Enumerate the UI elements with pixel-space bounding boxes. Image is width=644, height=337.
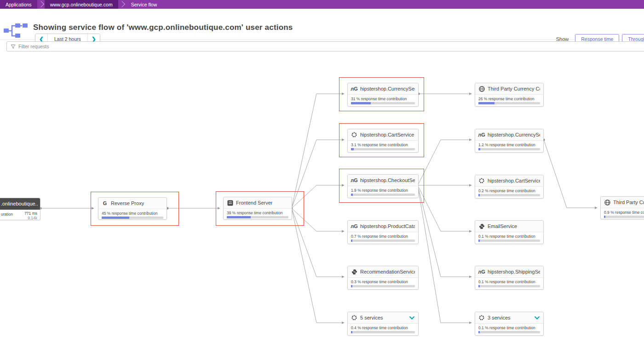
contribution-label: 0.7 % response time contribution — [351, 234, 415, 239]
flow-edge-frontend-server-to-cartservice — [292, 140, 344, 208]
node-title: hipstershop.CartService (g... — [488, 178, 540, 183]
node-checkoutservice[interactable]: ᴫG hipstershop.CheckoutSer... 1.9 % resp… — [347, 174, 419, 198]
gear-icon — [478, 177, 485, 184]
node-title: 5 services — [360, 315, 383, 320]
server-icon — [227, 200, 233, 206]
contribution-bar — [351, 194, 415, 196]
filter-bar — [6, 41, 644, 51]
flow-edge-checkoutservice-to-emailservice — [418, 185, 472, 231]
gear-icon — [351, 131, 357, 138]
filter-requests-input[interactable] — [18, 44, 643, 49]
contribution-bar — [478, 331, 540, 333]
node-third-party-currency-2[interactable]: Third Party Curre 0.9 % response time co… — [600, 196, 644, 219]
go-icon: ᴫG — [351, 223, 357, 229]
page-header: Showing service flow of 'www.gcp.onlineb… — [0, 9, 644, 40]
contribution-bar — [478, 285, 540, 287]
contribution-label: 0.4 % response time contribution — [351, 326, 415, 330]
contribution-label: 0.9 % response time contribution — [604, 210, 644, 215]
node-title: Frontend Server — [236, 200, 272, 206]
contribution-label: 0.1 % response time contribution — [478, 280, 540, 284]
node-application[interactable]: .onlineboutique... uration 771 ms 9.14k — [0, 198, 40, 220]
node-title: hipstershop.CurrencySer... — [360, 86, 415, 91]
contribution-bar — [102, 217, 163, 219]
flow-edge-frontend-server-to-currencyservice — [292, 94, 344, 208]
g-proxy-icon: G — [102, 200, 108, 206]
contribution-label: 45 % response time contribution — [102, 211, 163, 216]
node-title: hipstershop.CartService (g... — [360, 132, 415, 137]
flow-edge-checkoutservice-to-currencyservice-2 — [418, 140, 472, 185]
node-productcatalogservice[interactable]: ᴫG hipstershop.ProductCatal... 0.7 % res… — [347, 220, 419, 244]
flow-edge-frontend-server-to-productcatalogservice — [292, 208, 344, 231]
python-icon — [351, 268, 357, 275]
go-icon: ᴫG — [478, 131, 485, 138]
duration-label: uration — [1, 211, 13, 217]
node-shippingservice[interactable]: ᴫG hipstershop.ShippingSer... 0.1 % resp… — [475, 266, 544, 290]
node-cartservice-2[interactable]: hipstershop.CartService (g... 0.2 % resp… — [475, 175, 544, 199]
filter-funnel-icon — [11, 44, 16, 49]
node-title: RecommendationService — [360, 269, 415, 274]
breadcrumb-chevron-icon — [118, 0, 126, 9]
node-title: Reverse Proxy — [111, 200, 144, 206]
breadcrumb-chevron-icon — [37, 0, 45, 9]
contribution-bar — [351, 148, 415, 150]
node-title: hipstershop.CurrencySer... — [488, 132, 540, 137]
go-icon: ᴫG — [351, 86, 357, 92]
node-emailservice[interactable]: EmailService 0.1 % response time contrib… — [475, 220, 544, 244]
service-flow-page: Applications www.gcp.onlineboutique.com … — [0, 0, 644, 337]
contribution-bar — [351, 285, 415, 287]
chevron-down-icon[interactable] — [534, 314, 540, 322]
node-title: .onlineboutique... — [1, 201, 38, 206]
flow-edge-frontend-server-to-5-services — [292, 208, 344, 323]
node-title: EmailService — [488, 223, 517, 229]
globe-icon — [478, 86, 485, 92]
request-count: 9.14k — [24, 216, 37, 220]
breadcrumb-applications[interactable]: Applications — [0, 0, 37, 9]
contribution-bar — [604, 216, 644, 218]
node-cartservice[interactable]: hipstershop.CartService (g... 3.1 % resp… — [347, 129, 419, 153]
breadcrumb-application-name[interactable]: www.gcp.onlineboutique.com — [45, 0, 118, 9]
chevron-down-icon[interactable] — [409, 314, 415, 322]
flow-edge-checkoutservice-to-shippingservice — [418, 185, 472, 277]
node-title: Third Party Currency Conv... — [488, 86, 540, 91]
contribution-label: 0.1 % response time contribution — [478, 326, 540, 330]
node-currencyservice-2[interactable]: ᴫG hipstershop.CurrencySer... 1.2 % resp… — [475, 129, 544, 153]
flow-edge-frontend-server-to-checkoutservice — [292, 185, 344, 208]
node-frontend-server[interactable]: Frontend Server 39 % response time contr… — [223, 197, 292, 220]
contribution-bar — [478, 148, 540, 150]
node-recommendationservice[interactable]: RecommendationService 0.3 % response tim… — [347, 266, 419, 290]
node-5-services[interactable]: 5 services 0.4 % response time contribut… — [347, 312, 419, 336]
contribution-label: 0.3 % response time contribution — [351, 280, 415, 284]
contribution-label: 1.9 % response time contribution — [351, 188, 415, 193]
contribution-label: 31 % response time contribution — [351, 97, 415, 101]
gear-icon — [478, 314, 485, 321]
breadcrumb-service-flow[interactable]: Service flow — [126, 0, 163, 9]
breadcrumb: Applications www.gcp.onlineboutique.com … — [0, 0, 644, 9]
flow-edge-currencyservice-2-to-third-party-currency-2 — [544, 140, 597, 208]
node-title: hipstershop.ProductCatal... — [360, 223, 415, 229]
contribution-label: 3.1 % response time contribution — [351, 143, 415, 147]
python-icon — [478, 223, 485, 229]
gear-icon — [351, 314, 357, 321]
node-currencyservice[interactable]: ᴫG hipstershop.CurrencySer... 31 % respo… — [347, 83, 419, 107]
contribution-bar — [351, 331, 415, 333]
contribution-bar — [478, 194, 540, 196]
contribution-bar — [478, 240, 540, 242]
node-reverse-proxy[interactable]: G Reverse Proxy 45 % response time contr… — [98, 197, 167, 220]
page-title: Showing service flow of 'www.gcp.onlineb… — [33, 23, 293, 32]
contribution-label: 39 % response time contribution — [227, 211, 288, 215]
contribution-bar — [351, 102, 415, 104]
contribution-bar — [478, 102, 540, 104]
contribution-label: 1.2 % response time contribution — [478, 143, 540, 147]
service-flow-icon — [4, 23, 28, 39]
node-third-party-currency[interactable]: Third Party Currency Conv... 26 % respon… — [475, 83, 544, 107]
flow-edge-frontend-server-to-recommendationservice — [292, 208, 344, 277]
globe-icon — [604, 199, 610, 206]
contribution-label: 0.1 % response time contribution — [478, 234, 540, 239]
go-icon: ᴫG — [351, 177, 357, 183]
node-title: Third Party Curre — [613, 200, 644, 205]
node-3-services[interactable]: 3 services 0.1 % response time contribut… — [475, 312, 544, 336]
contribution-label: 26 % response time contribution — [478, 97, 540, 101]
flow-edge-checkoutservice-to-3-services — [418, 185, 472, 323]
node-title: hipstershop.CheckoutSer... — [360, 177, 415, 183]
go-icon: ᴫG — [478, 268, 485, 275]
